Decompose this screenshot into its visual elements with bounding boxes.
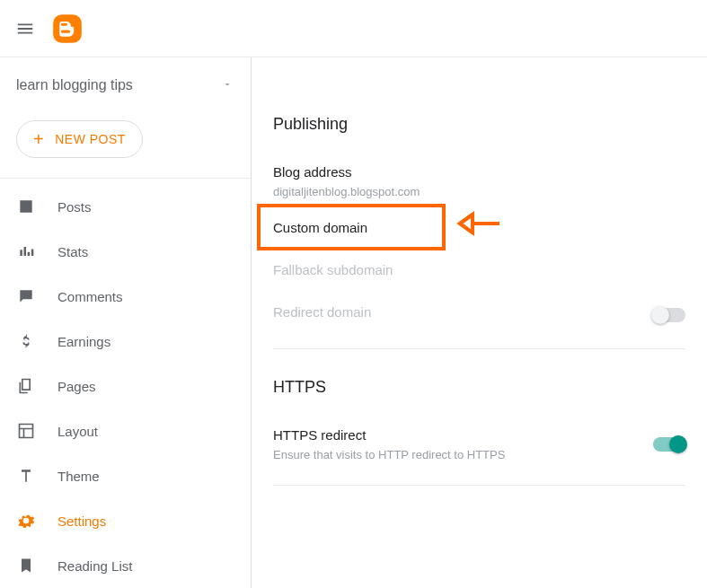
blog-name-label: learn blogging tips <box>16 77 133 93</box>
bookmark-icon <box>16 556 36 575</box>
nav-item-stats[interactable]: Stats <box>0 229 251 274</box>
stats-icon <box>16 241 36 261</box>
sidebar: learn blogging tips + NEW POST Posts Sta… <box>0 57 252 588</box>
plus-icon: + <box>33 130 44 148</box>
nav-list: Posts Stats Comments Earnings Pages Layo… <box>0 178 251 588</box>
section-https: HTTPS HTTPS redirect Ensure that visits … <box>273 356 685 493</box>
nav-item-comments[interactable]: Comments <box>0 274 251 319</box>
nav-label: Comments <box>57 289 234 304</box>
main-content: Publishing Blog address digitaljitenblog… <box>252 57 707 588</box>
nav-label: Layout <box>57 424 234 439</box>
redirect-domain-toggle <box>653 308 685 322</box>
nav-label: Posts <box>57 199 234 215</box>
https-redirect-label: HTTPS redirect <box>273 427 653 443</box>
nav-item-earnings[interactable]: Earnings <box>0 319 251 364</box>
top-bar <box>0 0 707 57</box>
settings-icon <box>16 511 36 531</box>
theme-icon <box>16 466 36 486</box>
section-publishing: Publishing Blog address digitaljitenblog… <box>273 93 685 356</box>
blogger-logo-icon[interactable] <box>50 12 84 46</box>
new-post-label: NEW POST <box>55 132 126 146</box>
https-redirect-toggle[interactable] <box>653 437 685 452</box>
nav-label: Stats <box>57 244 234 259</box>
nav-label: Reading List <box>57 558 234 574</box>
comments-icon <box>16 286 36 306</box>
nav-label: Settings <box>57 513 234 529</box>
blog-address-value: digitaljitenblog.blogspot.com <box>273 185 685 198</box>
custom-domain-label: Custom domain <box>273 220 685 235</box>
row-custom-domain[interactable]: Custom domain <box>273 209 685 251</box>
blog-selector[interactable]: learn blogging tips <box>0 65 251 106</box>
row-https-redirect[interactable]: HTTPS redirect Ensure that visits to HTT… <box>273 417 685 472</box>
nav-item-settings[interactable]: Settings <box>0 498 251 543</box>
nav-item-theme[interactable]: Theme <box>0 453 251 498</box>
row-redirect-domain: Redirect domain <box>273 294 685 336</box>
nav-item-layout[interactable]: Layout <box>0 408 251 453</box>
layout-icon <box>16 421 36 441</box>
redirect-domain-label: Redirect domain <box>273 304 653 320</box>
pages-icon <box>16 376 36 396</box>
hamburger-menu-icon[interactable] <box>14 18 36 39</box>
earnings-icon <box>16 331 36 351</box>
chevron-down-icon <box>222 77 233 93</box>
nav-label: Earnings <box>57 334 234 349</box>
nav-item-pages[interactable]: Pages <box>0 364 251 408</box>
nav-item-reading-list[interactable]: Reading List <box>0 543 251 588</box>
nav-item-posts[interactable]: Posts <box>0 184 251 229</box>
fallback-subdomain-label: Fallback subdomain <box>273 262 685 277</box>
posts-icon <box>16 197 36 216</box>
row-fallback-subdomain: Fallback subdomain <box>273 251 685 294</box>
nav-label: Theme <box>57 469 234 484</box>
publishing-heading: Publishing <box>273 115 685 134</box>
https-redirect-desc: Ensure that visits to HTTP redirect to H… <box>273 448 653 461</box>
divider <box>273 485 685 486</box>
divider <box>273 348 685 349</box>
https-heading: HTTPS <box>273 378 685 397</box>
row-blog-address[interactable]: Blog address digitaljitenblog.blogspot.c… <box>273 154 685 209</box>
blog-address-label: Blog address <box>273 164 685 180</box>
nav-label: Pages <box>57 379 234 394</box>
new-post-button[interactable]: + NEW POST <box>16 120 143 158</box>
